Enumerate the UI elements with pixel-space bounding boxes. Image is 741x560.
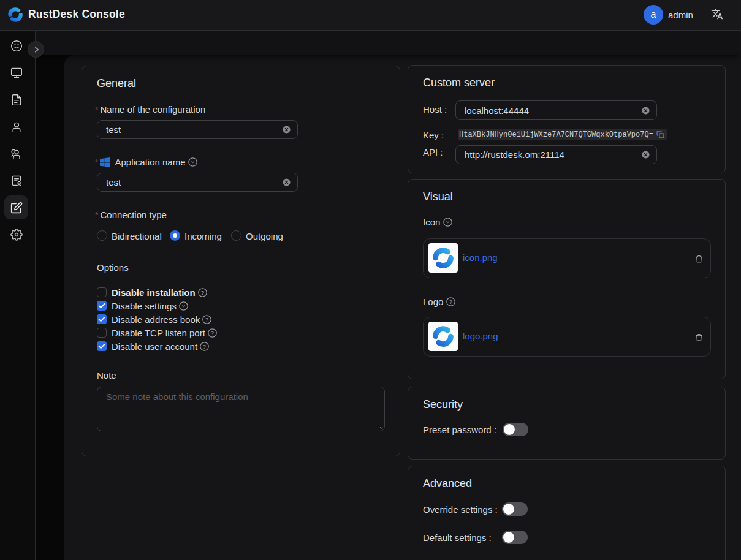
svg-text:?: ? <box>446 219 449 225</box>
svg-text:?: ? <box>449 298 452 305</box>
svg-text:?: ? <box>205 316 208 323</box>
svg-text:?: ? <box>191 159 194 165</box>
svg-text:?: ? <box>182 303 185 309</box>
svg-text:?: ? <box>200 289 204 296</box>
svg-text:?: ? <box>203 343 206 350</box>
svg-text:?: ? <box>211 330 214 336</box>
